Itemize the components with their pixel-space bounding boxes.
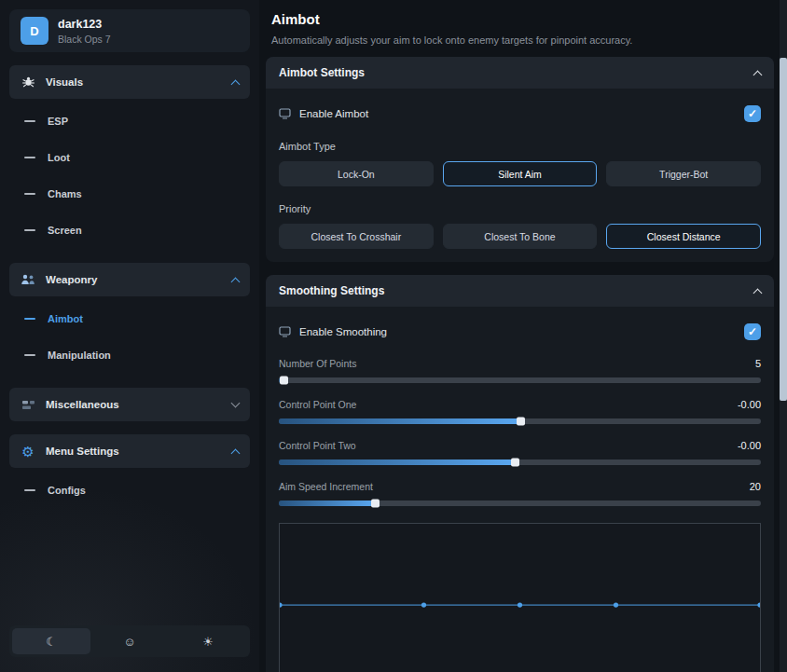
slider-value: -0.00: [738, 440, 761, 451]
option-lock-on[interactable]: Lock-On: [279, 161, 434, 186]
slider-aim-speed-increment: Aim Speed Increment 20: [279, 481, 761, 506]
username: dark123: [58, 18, 111, 31]
priority-options: Closest To Crosshair Closest To Bone Clo…: [279, 224, 761, 249]
sidebar-section-label: Menu Settings: [46, 446, 119, 457]
app-window: D dark123 Black Ops 7 Visuals ESP Loot: [0, 0, 787, 672]
page-header: Aimbot Automatically adjusts your aim to…: [266, 0, 774, 57]
theme-dark-button[interactable]: ☾: [12, 628, 90, 654]
main-content: Aimbot Automatically adjusts your aim to…: [259, 0, 780, 672]
option-closest-distance[interactable]: Closest Distance: [606, 224, 761, 249]
dash-icon: [24, 193, 35, 195]
smoothing-settings-header[interactable]: Smoothing Settings: [266, 275, 774, 307]
sidebar-section-miscellaneous[interactable]: Miscellaneous: [9, 388, 250, 421]
slider-handle[interactable]: [280, 377, 288, 385]
slider-track[interactable]: [279, 459, 761, 465]
sidebar-item-esp[interactable]: ESP: [24, 103, 250, 139]
smoothing-curve-chart: [279, 523, 761, 672]
dash-icon: [24, 354, 35, 356]
game-name: Black Ops 7: [58, 34, 111, 45]
enable-smoothing-icon: [279, 326, 291, 337]
sidebar-section-label: Visuals: [46, 76, 83, 88]
dash-icon: [24, 120, 35, 122]
aimbot-type-label: Aimbot Type: [279, 141, 761, 152]
slider-handle[interactable]: [511, 459, 519, 467]
theme-bar: ☾ ☺ ☀: [9, 625, 250, 657]
slider-number-of-points: Number Of Points 5: [279, 358, 761, 383]
weaponry-icon: [21, 273, 35, 286]
chevron-up-icon: [753, 70, 763, 79]
sidebar-section-weaponry[interactable]: Weaponry: [9, 263, 250, 296]
slider-value: -0.00: [738, 399, 761, 410]
slider-handle[interactable]: [371, 500, 380, 508]
option-closest-to-crosshair[interactable]: Closest To Crosshair: [279, 224, 434, 249]
theme-light-button[interactable]: ☀: [169, 628, 247, 654]
card-title: Aimbot Settings: [279, 66, 365, 79]
curve-point[interactable]: [421, 603, 426, 608]
chevron-up-icon: [753, 288, 763, 297]
menu-items: Configs: [9, 468, 250, 510]
sidebar-section-visuals[interactable]: Visuals: [9, 65, 250, 99]
enable-smoothing-row: Enable Smoothing ✓: [279, 320, 761, 342]
aimbot-type-options: Lock-On Silent Aim Trigger-Bot: [279, 161, 761, 186]
curve-point[interactable]: [614, 603, 618, 608]
dash-icon: [24, 318, 35, 320]
slider-value: 5: [755, 358, 761, 369]
curve-point[interactable]: [518, 603, 522, 608]
slider-track[interactable]: [279, 377, 761, 383]
avatar: D: [21, 17, 48, 45]
sidebar-item-screen[interactable]: Screen: [24, 212, 250, 248]
curve-point[interactable]: [757, 603, 760, 608]
enable-aimbot-icon: [279, 108, 291, 119]
sidebar-item-loot[interactable]: Loot: [24, 139, 250, 175]
smiley-icon: ☺: [123, 635, 135, 649]
visuals-items: ESP Loot Chams Screen: [9, 99, 250, 250]
weaponry-items: Aimbot Manipulation: [9, 296, 250, 375]
page-description: Automatically adjusts your aim to lock o…: [271, 34, 766, 46]
enable-smoothing-label: Enable Smoothing: [299, 326, 387, 337]
sidebar-item-manipulation[interactable]: Manipulation: [24, 336, 250, 373]
sidebar: D dark123 Black Ops 7 Visuals ESP Loot: [0, 0, 259, 672]
smoothing-curve-svg: [280, 524, 760, 672]
slider-track[interactable]: [279, 501, 761, 506]
slider-handle[interactable]: [517, 418, 525, 426]
scrollbar-track[interactable]: [780, 0, 787, 672]
sidebar-item-chams[interactable]: Chams: [24, 175, 250, 212]
smoothing-settings-card: Smoothing Settings Enable Smoothing ✓ Nu…: [266, 275, 774, 672]
sidebar-item-configs[interactable]: Configs: [24, 472, 250, 508]
miscellaneous-icon: [21, 399, 35, 411]
user-card: D dark123 Black Ops 7: [9, 9, 250, 52]
visuals-icon: [21, 75, 35, 89]
dash-icon: [24, 157, 35, 158]
aimbot-settings-card: Aimbot Settings Enable Aimbot ✓ Aimbot T…: [266, 57, 774, 262]
moon-icon: ☾: [46, 635, 57, 649]
sidebar-item-aimbot[interactable]: Aimbot: [24, 300, 250, 336]
page-title: Aimbot: [271, 11, 766, 27]
sun-icon: ☀: [202, 635, 214, 649]
aimbot-settings-header[interactable]: Aimbot Settings: [266, 57, 774, 89]
slider-control-point-two: Control Point Two -0.00: [279, 440, 761, 465]
slider-value: 20: [750, 481, 761, 492]
slider-track[interactable]: [279, 418, 761, 424]
gear-icon: ⚙: [21, 445, 35, 459]
enable-smoothing-checkbox[interactable]: ✓: [744, 323, 761, 340]
dash-icon: [24, 229, 35, 231]
chevron-up-icon: [231, 79, 241, 89]
enable-aimbot-checkbox[interactable]: ✓: [744, 105, 761, 122]
scrollbar-thumb[interactable]: [780, 58, 787, 401]
enable-aimbot-row: Enable Aimbot ✓: [279, 102, 761, 124]
card-title: Smoothing Settings: [279, 284, 384, 297]
theme-fun-button[interactable]: ☺: [90, 628, 169, 654]
slider-control-point-one: Control Point One -0.00: [279, 399, 761, 424]
sidebar-section-menu-settings[interactable]: ⚙ Menu Settings: [9, 434, 250, 468]
option-silent-aim[interactable]: Silent Aim: [443, 161, 598, 186]
curve-point[interactable]: [280, 603, 283, 608]
dash-icon: [24, 489, 35, 491]
chevron-up-icon: [231, 448, 241, 458]
sidebar-section-label: Weaponry: [46, 274, 97, 285]
chevron-up-icon: [231, 277, 241, 286]
sidebar-section-label: Miscellaneous: [46, 399, 119, 410]
enable-aimbot-label: Enable Aimbot: [299, 108, 368, 119]
option-trigger-bot[interactable]: Trigger-Bot: [606, 161, 761, 186]
chevron-down-icon: [231, 399, 241, 408]
option-closest-to-bone[interactable]: Closest To Bone: [443, 224, 598, 249]
